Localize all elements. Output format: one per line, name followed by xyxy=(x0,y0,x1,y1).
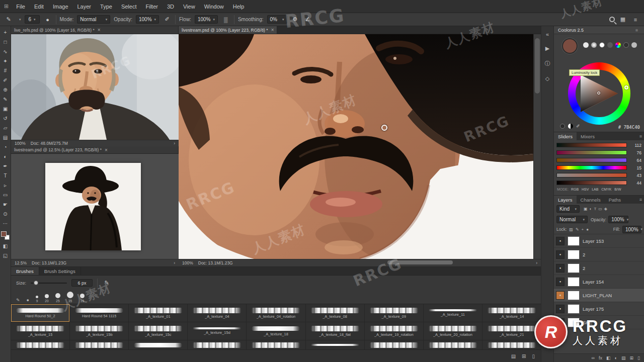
brush-size-box[interactable]: 6 ▾ xyxy=(25,15,40,24)
reference-photo-canvas[interactable] xyxy=(11,34,179,140)
clone-stamp-tool[interactable]: ▣ xyxy=(1,105,11,113)
lock-pixels-icon[interactable]: ✎ xyxy=(576,227,579,232)
flow-dropdown[interactable]: 100% ▾ xyxy=(195,15,218,24)
workspace-icon[interactable]: ▦ xyxy=(618,16,627,23)
tip-pen-icon[interactable]: ✎ xyxy=(16,298,20,303)
brush-preset[interactable]: _A_texture_19_rotation xyxy=(365,322,423,340)
eyedropper-dot-icon[interactable] xyxy=(560,124,565,129)
move-tool[interactable]: + xyxy=(1,28,11,37)
panel-menu-icon[interactable]: ≡ xyxy=(639,196,644,204)
brush-preset[interactable] xyxy=(70,340,128,349)
opacity-pressure-icon[interactable]: ✐ xyxy=(163,16,172,23)
menu-window[interactable]: Window xyxy=(200,0,228,13)
close-icon[interactable]: × xyxy=(105,147,108,153)
collapse-panels-icon[interactable]: « xyxy=(546,31,549,37)
layer-row[interactable]: ● 2 xyxy=(554,261,644,275)
brush-preset[interactable]: Hard Round 54 1115 xyxy=(70,304,128,322)
hand-tool[interactable]: ☛ xyxy=(1,200,11,209)
slider-blue-bar[interactable] xyxy=(556,158,627,162)
type-tool[interactable]: T xyxy=(1,171,11,180)
healing-tool[interactable]: ⊕ xyxy=(1,85,11,94)
small-canvas[interactable] xyxy=(11,154,179,259)
menu-layer[interactable]: Layer xyxy=(73,0,96,13)
lock-all-icon[interactable]: ● xyxy=(586,227,589,232)
coolorus-header[interactable]: Coolorus 2.5 ≡ xyxy=(554,26,644,34)
tool-preset-caret[interactable]: ▾ xyxy=(19,18,21,22)
path-select-tool[interactable]: ▹ xyxy=(1,181,11,190)
menu-help[interactable]: Help xyxy=(228,0,249,13)
status-chevron-icon[interactable]: › xyxy=(174,141,175,146)
blur-tool[interactable]: ◔ xyxy=(1,143,11,151)
size-value-box[interactable]: 6 px xyxy=(71,279,93,287)
layer-row[interactable]: ● Layer 154 xyxy=(554,275,644,289)
brush-preset[interactable]: _A_texture_04_rotation xyxy=(247,304,305,322)
eraser-tool[interactable]: ▱ xyxy=(1,124,11,132)
pen-tool[interactable]: ✒ xyxy=(1,162,11,170)
brush-preset[interactable] xyxy=(247,340,305,349)
main-zoom-level[interactable]: 100% xyxy=(182,260,193,265)
screen-mode-icon[interactable]: ◱ xyxy=(1,251,11,260)
status-chevron-icon[interactable]: › xyxy=(174,260,175,265)
tab-live-refs[interactable]: live_refs.psd @ 100% (Layer 16, RGB/8) *… xyxy=(11,26,179,34)
edit-toolbar-icon[interactable]: ⋯ xyxy=(1,219,11,228)
slider-red-bar[interactable] xyxy=(556,143,627,147)
brush-preset[interactable] xyxy=(129,340,187,349)
brush-preset[interactable]: _A_texture_15c xyxy=(129,322,187,340)
status-chevron-icon[interactable]: › xyxy=(536,260,537,265)
tip-size-option[interactable]: 15 xyxy=(80,294,85,303)
shape-tool[interactable]: ▭ xyxy=(1,191,11,199)
gradient-dot-icon[interactable] xyxy=(591,42,597,48)
tab-livestream-main[interactable]: livestream.psd @ 100% (Layer 223, RGB/8)… xyxy=(179,26,277,34)
tab-sliders[interactable]: Sliders xyxy=(554,132,577,140)
layer-row[interactable]: ● 2 xyxy=(554,248,644,261)
quick-select-tool[interactable]: ✦ xyxy=(1,57,11,65)
tip-size-option[interactable]: 9 xyxy=(36,296,38,303)
menu-filter[interactable]: Filter xyxy=(141,0,162,13)
brush-preset[interactable]: Hard Round 50_2 xyxy=(11,304,69,322)
brush-preset[interactable]: _A_texture_09 xyxy=(365,304,423,322)
tab-brushes[interactable]: Brushes xyxy=(11,267,39,275)
vertical-scrollbar[interactable] xyxy=(533,34,541,259)
menu-edit[interactable]: Edit xyxy=(30,0,48,13)
tab-livestream-small[interactable]: livestream.psd @ 12.5% (Layer 223, RGB/8… xyxy=(11,146,179,153)
brush-preset[interactable]: _A_texture_20_rotation xyxy=(424,322,482,340)
lock-transparency-icon[interactable]: ▨ xyxy=(569,227,573,232)
tip-size-option[interactable]: 25 xyxy=(55,293,60,303)
menu-view[interactable]: View xyxy=(179,0,200,13)
search-icon[interactable] xyxy=(609,17,615,22)
lock-position-icon[interactable]: + xyxy=(582,227,584,232)
layer-thumbnail[interactable] xyxy=(568,236,580,246)
picker-pen-icon[interactable]: ✐ xyxy=(576,124,580,129)
visibility-eye-icon[interactable]: ● xyxy=(556,250,565,259)
dodge-tool[interactable]: ◐ xyxy=(1,152,11,161)
brush-preset[interactable]: _A_texture_11 xyxy=(424,304,482,322)
white-dot-icon[interactable] xyxy=(599,42,605,48)
mode-options[interactable]: RGB HSV LAB CMYK B/W xyxy=(571,188,621,191)
actions-play-icon[interactable]: ▶ xyxy=(545,45,549,52)
brush-preset[interactable] xyxy=(424,340,482,349)
tab-channels[interactable]: Channels xyxy=(577,196,605,204)
layer-row-selected[interactable]: ● LIGHT_PLAN xyxy=(554,289,644,302)
layer-thumbnail[interactable] xyxy=(568,250,580,259)
tab-paths[interactable]: Paths xyxy=(605,196,625,204)
triangle-marker[interactable] xyxy=(597,92,600,95)
quick-mask-icon[interactable]: ◧ xyxy=(1,242,11,250)
slider-green-bar[interactable] xyxy=(556,150,627,155)
brush-preset[interactable] xyxy=(188,340,246,349)
brush-preset[interactable]: _A_texture_15d xyxy=(188,322,246,340)
crop-tool[interactable]: # xyxy=(1,66,11,75)
tip-size-option[interactable]: 20 xyxy=(45,294,49,303)
filter-adjust-icon[interactable]: ◐ xyxy=(590,207,592,211)
layer-opacity-dropdown[interactable]: 100% ▾ xyxy=(608,216,628,223)
hue-dot-icon[interactable] xyxy=(615,42,621,48)
filter-smart-icon[interactable]: ◈ xyxy=(604,207,607,211)
brush-preset[interactable]: _A_texture_15 xyxy=(11,322,69,340)
menu-type[interactable]: Type xyxy=(96,0,117,13)
new-group-icon[interactable]: ▤ xyxy=(511,353,516,359)
main-canvas[interactable] xyxy=(179,34,533,259)
hue-marker[interactable] xyxy=(624,85,628,89)
brush-preset[interactable] xyxy=(11,340,69,349)
brush-preset[interactable] xyxy=(365,340,423,349)
layer-thumbnail[interactable] xyxy=(568,291,580,300)
dark-dot-icon[interactable] xyxy=(623,42,629,48)
